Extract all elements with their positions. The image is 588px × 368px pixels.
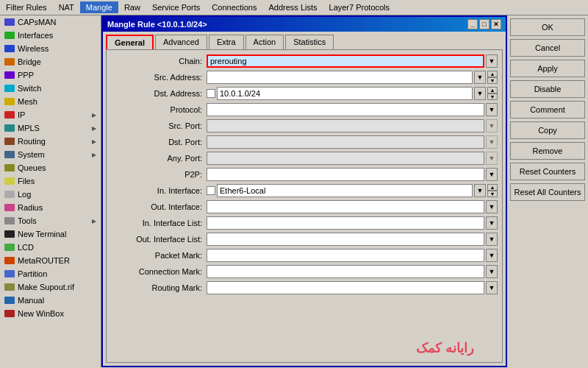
menu-item-service-ports[interactable]: Service Ports xyxy=(146,1,206,13)
sidebar-item-capsman[interactable]: CAPsMAN xyxy=(0,15,101,29)
in-iface-scroll-down[interactable]: ▼ xyxy=(487,191,498,197)
sidebar-item-wireless[interactable]: Wireless xyxy=(0,42,101,55)
sidebar-item-ppp[interactable]: PPP xyxy=(0,68,101,82)
in-interface-list-label: In. Interface List: xyxy=(111,219,207,227)
out-interface-input[interactable] xyxy=(207,200,484,213)
menu-item-mangle[interactable]: Mangle xyxy=(80,1,118,13)
sidebar-item-metarouter[interactable]: MetaROUTER xyxy=(0,254,101,267)
remove-button[interactable]: Remove xyxy=(510,142,585,160)
dst-address-dropdown[interactable]: ▼ xyxy=(474,87,486,100)
p2p-dropdown[interactable]: ▼ xyxy=(486,168,498,181)
sidebar-item-radius[interactable]: Radius xyxy=(0,201,101,214)
routing-mark-input[interactable] xyxy=(207,281,484,294)
apply-button[interactable]: Apply xyxy=(510,60,585,77)
sidebar-item-make-supout[interactable]: Make Supout.rif xyxy=(0,280,101,294)
sidebar-item-partition[interactable]: Partition xyxy=(0,267,101,280)
sidebar-item-manual[interactable]: Manual xyxy=(0,294,101,307)
chain-dropdown-btn[interactable]: ▼ xyxy=(486,54,498,68)
make-icon xyxy=(4,283,15,291)
dst-port-dropdown[interactable]: ▼ xyxy=(486,135,498,149)
protocol-input[interactable] xyxy=(207,103,484,116)
src-scroll: ▲ ▼ xyxy=(487,71,498,84)
out-interface-list-input[interactable] xyxy=(207,233,484,246)
dst-address-input[interactable] xyxy=(217,87,473,100)
tab-extra[interactable]: Extra xyxy=(209,35,244,49)
menu-item-nat[interactable]: NAT xyxy=(53,1,80,13)
chain-input[interactable] xyxy=(207,54,484,68)
sidebar-item-lcd[interactable]: LCD xyxy=(0,241,101,254)
sidebar-item-routing[interactable]: Routing▶ xyxy=(0,135,101,148)
protocol-dropdown[interactable]: ▼ xyxy=(486,103,498,116)
partition-icon xyxy=(4,270,15,277)
src-address-input[interactable] xyxy=(207,71,473,84)
menu-item-raw[interactable]: Raw xyxy=(118,1,146,13)
files-icon xyxy=(4,177,15,185)
sidebar-item-bridge[interactable]: Bridge xyxy=(0,55,101,68)
out-interface-list-row: Out. Interface List: ▼ xyxy=(111,233,498,246)
comment-button[interactable]: Comment xyxy=(510,101,585,118)
p2p-input[interactable] xyxy=(207,168,484,181)
out-interface-list-dropdown[interactable]: ▼ xyxy=(486,233,498,246)
out-interface-dropdown[interactable]: ▼ xyxy=(486,200,498,213)
sidebar-item-queues[interactable]: Queues xyxy=(0,161,101,174)
packet-mark-dropdown[interactable]: ▼ xyxy=(486,249,498,262)
menu-item-connections[interactable]: Connections xyxy=(206,1,262,13)
sidebar-item-mpls[interactable]: MPLS▶ xyxy=(0,121,101,135)
sidebar-item-files[interactable]: Files xyxy=(0,174,101,188)
sidebar-item-switch[interactable]: Switch xyxy=(0,82,101,95)
src-scroll-down[interactable]: ▼ xyxy=(487,77,498,84)
sidebar-item-interfaces[interactable]: Interfaces xyxy=(0,29,101,42)
src-scroll-up[interactable]: ▲ xyxy=(487,71,498,77)
src-port-label: Src. Port: xyxy=(111,121,207,130)
menu-item-layer7-protocols[interactable]: Layer7 Protocols xyxy=(323,1,396,13)
menu-item-filter-rules[interactable]: Filter Rules xyxy=(0,1,53,13)
sidebar-item-ip[interactable]: IP▶ xyxy=(0,108,101,121)
dst-port-input[interactable] xyxy=(207,135,484,149)
disable-button[interactable]: Disable xyxy=(510,80,585,98)
sidebar-item-label-switch: Switch xyxy=(18,84,96,93)
sidebar-item-mesh[interactable]: Mesh xyxy=(0,95,101,108)
packet-mark-control: ▼ xyxy=(207,249,498,262)
sidebar-item-new-winbox[interactable]: New WinBox xyxy=(0,307,101,320)
tab-general[interactable]: General xyxy=(106,35,154,49)
sidebar-item-tools[interactable]: Tools▶ xyxy=(0,214,101,227)
minimize-button[interactable]: _ xyxy=(467,19,478,29)
sidebar-item-label-metarouter: MetaROUTER xyxy=(18,256,96,265)
packet-mark-input[interactable] xyxy=(207,249,484,262)
tab-action[interactable]: Action xyxy=(245,35,284,49)
in-interface-dropdown[interactable]: ▼ xyxy=(474,184,486,197)
sidebar-item-new-terminal[interactable]: New Terminal xyxy=(0,227,101,241)
any-port-input[interactable] xyxy=(207,152,484,165)
in-iface-scroll-up[interactable]: ▲ xyxy=(487,184,498,191)
src-address-dropdown[interactable]: ▼ xyxy=(474,71,486,84)
reset-counters-button[interactable]: Reset Counters xyxy=(510,163,585,180)
menu-item-address-lists[interactable]: Address Lists xyxy=(262,1,323,13)
bridge-icon xyxy=(4,58,15,66)
reset-all-counters-button[interactable]: Reset All Counters xyxy=(510,183,585,201)
tab-advanced[interactable]: Advanced xyxy=(155,35,207,49)
dst-scroll-down[interactable]: ▼ xyxy=(487,93,498,100)
cancel-button[interactable]: Cancel xyxy=(510,39,585,57)
sidebar-arrow-mpls: ▶ xyxy=(92,125,96,132)
ok-button[interactable]: OK xyxy=(510,18,585,36)
in-interface-input[interactable] xyxy=(217,184,473,197)
in-interface-list-input[interactable] xyxy=(207,216,484,230)
in-interface-list-dropdown[interactable]: ▼ xyxy=(486,216,498,230)
sidebar-item-label-wireless: Wireless xyxy=(18,44,96,53)
routing-mark-dropdown[interactable]: ▼ xyxy=(486,281,498,294)
in-interface-checkbox[interactable] xyxy=(207,186,215,195)
close-button[interactable]: ✕ xyxy=(491,19,501,29)
src-port-dropdown[interactable]: ▼ xyxy=(486,119,498,132)
queues-icon xyxy=(4,164,15,171)
any-port-dropdown[interactable]: ▼ xyxy=(486,152,498,165)
connection-mark-input[interactable] xyxy=(207,265,484,278)
maximize-button[interactable]: □ xyxy=(479,19,490,29)
copy-button[interactable]: Copy xyxy=(510,121,585,139)
dst-scroll-up[interactable]: ▲ xyxy=(487,87,498,93)
src-port-input[interactable] xyxy=(207,119,484,132)
connection-mark-dropdown[interactable]: ▼ xyxy=(486,265,498,278)
sidebar-item-system[interactable]: System▶ xyxy=(0,148,101,161)
dst-address-checkbox[interactable] xyxy=(207,89,215,98)
sidebar-item-log[interactable]: Log xyxy=(0,188,101,201)
tab-statistics[interactable]: Statistics xyxy=(285,35,334,49)
